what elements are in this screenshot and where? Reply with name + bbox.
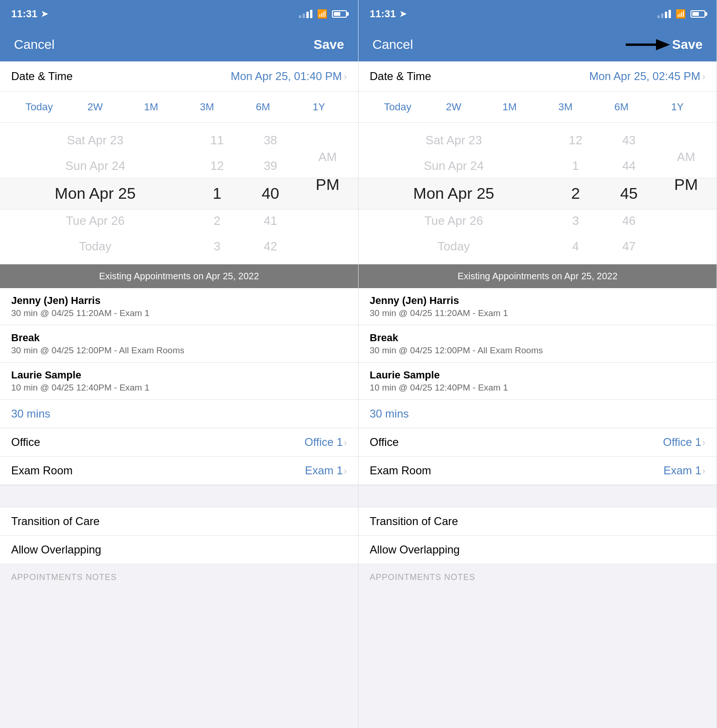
save-button-left[interactable]: Save [314, 37, 344, 52]
picker-pm-left: PM [297, 170, 358, 199]
office-chevron-right: › [702, 437, 705, 448]
notes-area-left[interactable]: APPOINTMENTS NOTES [0, 564, 358, 728]
battery-fill-left [334, 12, 340, 16]
appt-item-2-left: Break 30 min @ 04/25 12:00PM - All Exam … [0, 325, 358, 363]
appt-name-1-left: Jenny (Jen) Harris [11, 295, 347, 307]
office-chevron-left: › [344, 437, 347, 448]
exam-room-value-left[interactable]: Exam 1 › [305, 464, 347, 477]
notes-placeholder-left: APPOINTMENTS NOTES [11, 573, 117, 582]
appt-item-3-left: Laurie Sample 10 min @ 04/25 12:40PM - E… [0, 363, 358, 400]
picker-min-5-left: 42 [244, 234, 298, 259]
datetime-value-right[interactable]: Mon Apr 25, 02:45 PM › [589, 70, 705, 83]
bar2 [303, 13, 305, 18]
office-row-left[interactable]: Office Office 1 › [0, 428, 358, 457]
datetime-chevron-right: › [702, 71, 705, 82]
picker-min-1-left: 38 [244, 128, 298, 153]
transition-label-right: Transition of Care [370, 515, 458, 528]
office-label-left: Office [11, 436, 40, 449]
picker-date-3-right: Mon Apr 25 [358, 179, 549, 208]
picker-hour-4-left: 2 [190, 208, 244, 234]
period-1m-right[interactable]: 1M [481, 98, 537, 116]
appt-detail-2-right: 30 min @ 04/25 12:00PM - All Exam Rooms [370, 345, 705, 356]
battery-right [690, 10, 705, 18]
picker-hour-col-left: 11 12 1 2 3 [190, 128, 244, 259]
time-right: 11:31 [370, 8, 396, 20]
picker-hour-4-right: 3 [549, 208, 602, 234]
period-6m-right[interactable]: 6M [594, 98, 649, 116]
bar4r [669, 10, 671, 18]
picker-min-3-right: 45 [602, 179, 656, 208]
cancel-button-left[interactable]: Cancel [14, 37, 54, 52]
appt-header-right: Existing Appointments on Apr 25, 2022 [358, 264, 717, 288]
datetime-row-left[interactable]: Date & Time Mon Apr 25, 01:40 PM › [0, 61, 358, 92]
exam-room-value-right[interactable]: Exam 1 › [663, 464, 705, 477]
period-selector-left: Today 2W 1M 3M 6M 1Y [0, 92, 358, 123]
period-today-left[interactable]: Today [11, 98, 67, 116]
bar1r [657, 15, 660, 18]
status-time-left: 11:31 ➤ [11, 8, 48, 20]
status-time-right: 11:31 ➤ [370, 8, 406, 20]
status-icons-right: 📶 [657, 9, 705, 19]
office-value-left[interactable]: Office 1 › [304, 436, 347, 449]
signal-right [657, 10, 671, 18]
overlap-row-right: Allow Overlapping [358, 536, 717, 564]
appt-detail-1-left: 30 min @ 04/25 11:20AM - Exam 1 [11, 308, 347, 318]
picker-date-2-right: Sun Apr 24 [358, 153, 549, 179]
battery-fill-right [692, 12, 699, 16]
scroll-picker-left[interactable]: Sat Apr 23 Sun Apr 24 Mon Apr 25 Tue Apr… [0, 123, 358, 264]
period-6m-left[interactable]: 6M [235, 98, 291, 116]
period-2w-left[interactable]: 2W [67, 98, 123, 116]
transition-label-left: Transition of Care [11, 515, 100, 528]
datetime-row-right[interactable]: Date & Time Mon Apr 25, 02:45 PM › [358, 61, 717, 92]
status-bar-right: 11:31 ➤ 📶 [358, 0, 717, 28]
datetime-chevron-left: › [344, 71, 347, 82]
period-selector-right: Today 2W 1M 3M 6M 1Y [358, 92, 717, 123]
period-3m-left[interactable]: 3M [179, 98, 235, 116]
cancel-button-right[interactable]: Cancel [372, 37, 413, 52]
office-value-right[interactable]: Office 1 › [663, 436, 705, 449]
picker-date-col-right: Sat Apr 23 Sun Apr 24 Mon Apr 25 Tue Apr… [358, 128, 549, 259]
period-1y-right[interactable]: 1Y [649, 98, 705, 116]
picker-date-3-left: Mon Apr 25 [0, 179, 190, 208]
period-2w-right[interactable]: 2W [426, 98, 481, 116]
exam-room-row-left[interactable]: Exam Room Exam 1 › [0, 457, 358, 485]
svg-marker-1 [656, 39, 670, 50]
period-1y-left[interactable]: 1Y [291, 98, 347, 116]
appt-name-1-right: Jenny (Jen) Harris [370, 295, 705, 307]
picker-min-col-right: 43 44 45 46 47 [602, 128, 656, 259]
save-button-right[interactable]: Save [672, 37, 703, 52]
scroll-picker-right[interactable]: Sat Apr 23 Sun Apr 24 Mon Apr 25 Tue Apr… [358, 123, 717, 264]
save-arrow-group: Save [626, 36, 703, 53]
panel-left: 11:31 ➤ 📶 Cancel Save Date & Time Mon Ap… [0, 0, 358, 728]
picker-am-left: AM [297, 128, 358, 170]
nav-bar-right: Cancel Save [358, 28, 717, 61]
picker-min-4-right: 46 [602, 208, 656, 234]
period-3m-right[interactable]: 3M [538, 98, 594, 116]
overlap-label-left: Allow Overlapping [11, 543, 101, 556]
picker-min-2-left: 39 [244, 153, 298, 179]
datetime-value-left[interactable]: Mon Apr 25, 01:40 PM › [231, 70, 347, 83]
period-1m-left[interactable]: 1M [123, 98, 179, 116]
duration-row-right[interactable]: 30 mins [358, 400, 717, 428]
office-label-right: Office [370, 436, 399, 449]
exam-room-label-left: Exam Room [11, 464, 73, 477]
picker-ampm-col-right: AM PM [656, 128, 717, 259]
bar3r [665, 12, 667, 18]
picker-hour-3-right: 2 [549, 179, 602, 208]
bar1 [299, 15, 301, 18]
appt-detail-2-left: 30 min @ 04/25 12:00PM - All Exam Rooms [11, 345, 347, 356]
picker-min-2-right: 44 [602, 153, 656, 179]
picker-hour-5-right: 4 [549, 234, 602, 259]
wifi-icon-right: 📶 [676, 9, 686, 19]
duration-row-left[interactable]: 30 mins [0, 400, 358, 428]
exam-room-row-right[interactable]: Exam Room Exam 1 › [358, 457, 717, 485]
office-row-right[interactable]: Office Office 1 › [358, 428, 717, 457]
picker-am-right: AM [656, 128, 717, 170]
picker-hour-3-left: 1 [190, 179, 244, 208]
period-today-right[interactable]: Today [370, 98, 426, 116]
picker-hour-5-left: 3 [190, 234, 244, 259]
picker-min-5-right: 47 [602, 234, 656, 259]
appt-list-left: Jenny (Jen) Harris 30 min @ 04/25 11:20A… [0, 288, 358, 400]
location-icon-right: ➤ [399, 9, 406, 19]
notes-area-right[interactable]: APPOINTMENTS NOTES [358, 564, 717, 728]
